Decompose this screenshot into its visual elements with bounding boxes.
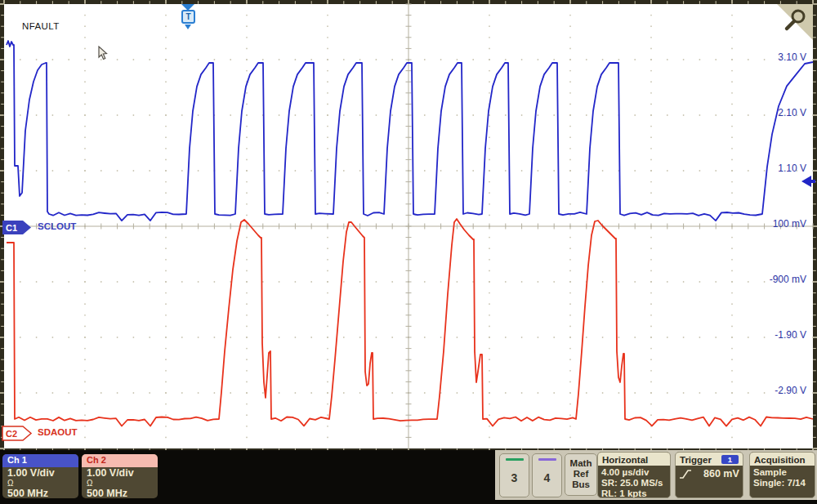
acquisition-status: Single: 7/14 (753, 478, 811, 488)
ch1-name: Ch 1 (2, 454, 78, 467)
acquisition-settings-badge[interactable]: Acquisition Sample Single: 7/14 (749, 452, 815, 498)
trigger-marker-pointer-icon (185, 25, 191, 29)
rising-edge-icon (679, 469, 692, 479)
trigger-level-arrow-tail (810, 180, 815, 183)
zoom-corner-button[interactable] (776, 3, 814, 41)
math-ref-bus-button[interactable]: Math Ref Bus (565, 453, 597, 496)
oscilloscope-screen: NFAULT T C1 SCLOUT C2 SDAOUT 3.10 V2.10 … (0, 0, 817, 504)
trigger-marker-badge: T (181, 10, 195, 24)
trigger-level-arrow[interactable] (801, 176, 815, 187)
ch4-label: 4 (533, 471, 561, 484)
ch3-button[interactable]: 3 (499, 453, 529, 497)
waveform-display: NFAULT T C1 SCLOUT C2 SDAOUT 3.10 V2.10 … (0, 0, 817, 450)
c2-channel-badge[interactable]: C2 (2, 426, 33, 441)
c1-channel-badge[interactable]: C1 (2, 220, 33, 235)
ch3-label: 3 (500, 471, 529, 484)
horizontal-settings-badge[interactable]: Horizontal 4.00 µs/div SR: 25.0 MS/s RL:… (597, 452, 671, 498)
waveform-svg (0, 0, 817, 450)
ch1-scale: 1.00 V/div (2, 467, 78, 479)
trigger-source-chip: 1 (721, 455, 739, 464)
acquisition-title: Acquisition (754, 455, 806, 465)
acquisition-mode: Sample (753, 467, 811, 478)
bottom-control-bar: Ch 1 1.00 V/div Ω 500 MHz Ch 2 1.00 V/di… (0, 450, 817, 504)
horizontal-sample-rate: SR: 25.0 MS/s (601, 478, 667, 488)
ch2-bandwidth: 500 MHz (82, 488, 158, 498)
trigger-level-value: 860 mV (703, 469, 739, 479)
right-control-panel: 3 4 Math Ref Bus Horizontal 4.00 µs/div … (495, 450, 817, 500)
horizontal-scale: 4.00 µs/div (601, 467, 667, 478)
ch2-name: Ch 2 (82, 454, 158, 467)
trigger-settings-badge[interactable]: Trigger 1 860 mV (675, 452, 743, 498)
ch3-color-bar (506, 458, 524, 461)
trigger-title: Trigger (680, 455, 712, 465)
c2-badge-text: C2 (6, 429, 17, 439)
ch4-button[interactable]: 4 (532, 453, 562, 497)
ch4-color-bar (538, 458, 556, 461)
ref-label: Ref (565, 469, 596, 479)
ch1-settings-badge[interactable]: Ch 1 1.00 V/div Ω 500 MHz (2, 454, 78, 498)
bus-label: Bus (565, 479, 596, 490)
ch2-impedance-icon: Ω (82, 479, 158, 488)
horizontal-title: Horizontal (602, 455, 648, 465)
trigger-position-marker[interactable]: T (181, 4, 195, 29)
math-label: Math (565, 458, 596, 469)
ch1-impedance-icon: Ω (2, 479, 78, 488)
horizontal-record-length: RL: 1 kpts (601, 488, 667, 498)
c1-badge-text: C1 (6, 223, 17, 233)
ch2-scale: 1.00 V/div (82, 467, 158, 479)
ch2-settings-badge[interactable]: Ch 2 1.00 V/div Ω 500 MHz (82, 454, 158, 498)
ch1-bandwidth: 500 MHz (2, 488, 78, 498)
